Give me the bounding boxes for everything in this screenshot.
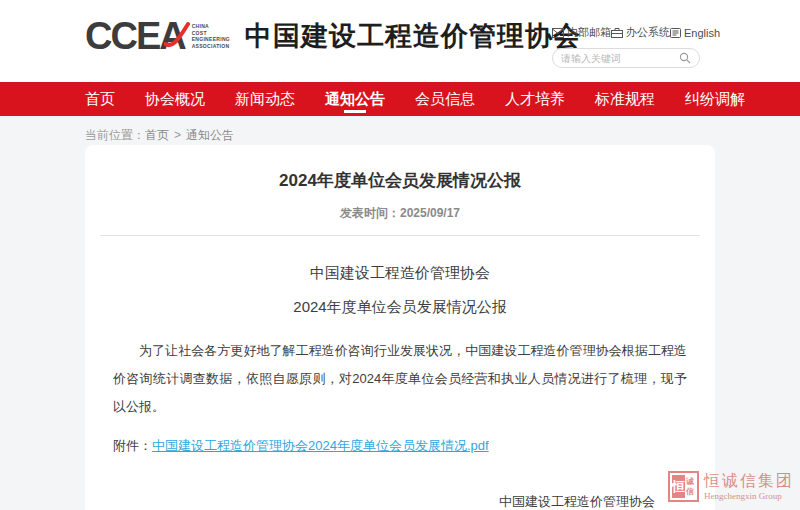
signature-block: 中国建设工程造价管理协会 2025年9月17日 bbox=[499, 493, 655, 510]
attachment-label: 附件： bbox=[113, 438, 152, 453]
ccea-logo-subtext: CHINA COST ENGINEERING ASSOCIATION bbox=[192, 23, 230, 49]
breadcrumb-separator: > bbox=[174, 128, 181, 142]
search-box bbox=[552, 48, 700, 68]
breadcrumb-current-link[interactable]: 通知公告 bbox=[186, 128, 234, 142]
search-icon[interactable] bbox=[679, 52, 691, 64]
watermark-text: 恒诚信集团 Hengchengxin Group bbox=[704, 472, 794, 500]
article-card: 2024年度单位会员发展情况公报 发表时间：2025/09/17 中国建设工程造… bbox=[85, 145, 715, 510]
watermark-name-en: Hengchengxin Group bbox=[704, 491, 794, 501]
publish-date-label: 发表时间： bbox=[340, 206, 400, 220]
breadcrumb-prefix: 当前位置： bbox=[85, 128, 145, 142]
attachment-pdf-link[interactable]: 中国建设工程造价管理协会2024年度单位会员发展情况.pdf bbox=[152, 438, 489, 453]
nav-item-training[interactable]: 人才培养 bbox=[505, 82, 565, 116]
article-heading-line1: 中国建设工程造价管理协会 bbox=[85, 264, 715, 283]
publish-date-value: 2025/09/17 bbox=[400, 206, 460, 220]
site-title: 中国建设工程造价管理协会 bbox=[245, 18, 581, 54]
main-nav: 首页 协会概况 新闻动态 通知公告 会员信息 人才培养 标准规程 纠纷调解 bbox=[0, 82, 800, 116]
english-link[interactable]: English bbox=[670, 27, 720, 39]
attachment-row: 附件：中国建设工程造价管理协会2024年度单位会员发展情况.pdf bbox=[113, 437, 687, 455]
title-divider bbox=[100, 235, 700, 236]
watermark-name-cn: 恒诚信集团 bbox=[704, 472, 794, 490]
nav-item-notices[interactable]: 通知公告 bbox=[325, 82, 385, 116]
nav-item-news[interactable]: 新闻动态 bbox=[235, 82, 295, 116]
nav-item-members[interactable]: 会员信息 bbox=[415, 82, 475, 116]
article-heading-line2: 2024年度单位会员发展情况公报 bbox=[85, 298, 715, 317]
ccea-logo-acronym: CCEA bbox=[85, 17, 185, 55]
quick-links: 内部邮箱 办公系统 English bbox=[552, 25, 700, 40]
office-system-icon bbox=[611, 28, 623, 38]
breadcrumb-home-link[interactable]: 首页 bbox=[145, 128, 169, 142]
nav-item-standards[interactable]: 标准规程 bbox=[595, 82, 655, 116]
article-paragraph: 为了让社会各方更好地了解工程造价咨询行业发展状况，中国建设工程造价管理协会根据工… bbox=[113, 337, 687, 421]
breadcrumb: 当前位置：首页>通知公告 bbox=[85, 116, 800, 146]
nav-item-about[interactable]: 协会概况 bbox=[145, 82, 205, 116]
mail-icon bbox=[552, 28, 564, 38]
nav-item-disputes[interactable]: 纠纷调解 bbox=[685, 82, 745, 116]
publish-date: 发表时间：2025/09/17 bbox=[85, 205, 715, 222]
search-input[interactable] bbox=[561, 53, 679, 64]
english-book-icon bbox=[670, 28, 681, 38]
internal-mail-link[interactable]: 内部邮箱 bbox=[552, 25, 611, 40]
article-title: 2024年度单位会员发展情况公报 bbox=[85, 169, 715, 192]
ccea-logo: CCEA CHINA COST ENGINEERING ASSOCIATION … bbox=[85, 17, 581, 55]
nav-item-home[interactable]: 首页 bbox=[85, 82, 115, 116]
office-system-link[interactable]: 办公系统 bbox=[611, 25, 670, 40]
site-header: CCEA CHINA COST ENGINEERING ASSOCIATION … bbox=[0, 0, 800, 82]
signature-org: 中国建设工程造价管理协会 bbox=[499, 493, 655, 510]
ccea-logo-text: CCEA bbox=[85, 15, 185, 57]
